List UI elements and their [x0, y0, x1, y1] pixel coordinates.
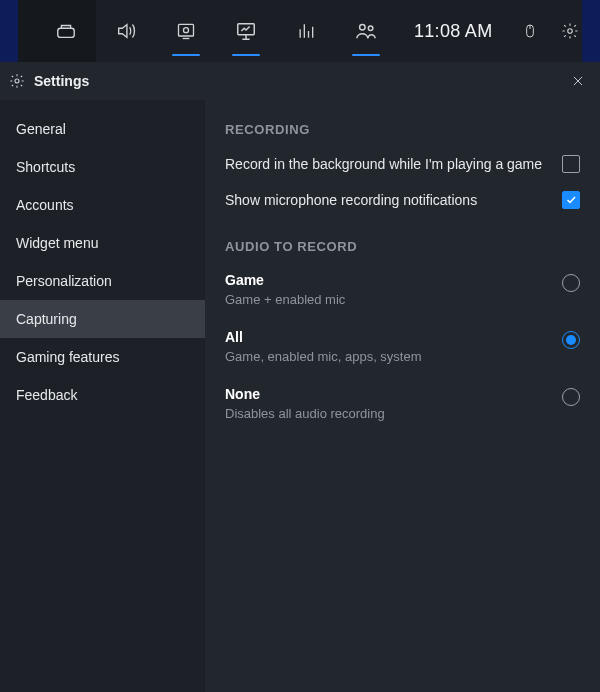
sidebar-item-label: Capturing [16, 311, 77, 327]
sidebar-item-personalization[interactable]: Personalization [0, 262, 205, 300]
sidebar-item-shortcuts[interactable]: Shortcuts [0, 148, 205, 186]
audio-option-all-radio[interactable] [562, 331, 580, 349]
sidebar-item-label: General [16, 121, 66, 137]
clock: 11:08 AM [396, 0, 510, 62]
audio-option-title: None [225, 386, 562, 402]
sidebar-item-label: Feedback [16, 387, 77, 403]
resources-widget-button[interactable] [276, 0, 336, 62]
game-bar-top-bar: 11:08 AM [0, 0, 600, 62]
top-bar-left-edge [0, 0, 36, 62]
sidebar-item-label: Gaming features [16, 349, 120, 365]
top-bar-right-group [510, 0, 590, 62]
mic-notification-row[interactable]: Show microphone recording notifications [225, 191, 580, 209]
settings-sidebar: General Shortcuts Accounts Widget menu P… [0, 100, 205, 692]
audio-option-none[interactable]: None Disables all audio recording [225, 386, 580, 421]
audio-option-game[interactable]: Game Game + enabled mic [225, 272, 580, 307]
recording-section-heading: RECORDING [225, 122, 580, 137]
social-widget-button[interactable] [336, 0, 396, 62]
capture-icon [176, 21, 196, 41]
speaker-icon [115, 20, 137, 42]
sidebar-item-label: Personalization [16, 273, 112, 289]
mouse-icon [522, 21, 538, 41]
settings-button[interactable] [550, 0, 590, 62]
pin-button[interactable] [510, 0, 550, 62]
audio-option-game-radio[interactable] [562, 274, 580, 292]
svg-point-8 [15, 79, 19, 83]
capture-widget-button[interactable] [156, 0, 216, 62]
svg-point-4 [360, 25, 366, 30]
svg-point-7 [568, 29, 573, 34]
audio-option-all[interactable]: All Game, enabled mic, apps, system [225, 329, 580, 364]
audio-option-title: All [225, 329, 562, 345]
performance-widget-button[interactable] [216, 0, 276, 62]
settings-panel-header: Settings [0, 62, 600, 100]
monitor-icon [235, 20, 257, 42]
close-button[interactable] [566, 69, 590, 93]
close-icon [571, 74, 585, 88]
audio-option-desc: Disables all audio recording [225, 406, 562, 421]
svg-point-5 [368, 26, 373, 31]
settings-content: RECORDING Record in the background while… [205, 100, 600, 692]
audio-to-record-heading: AUDIO TO RECORD [225, 239, 580, 254]
record-in-background-label: Record in the background while I'm playi… [225, 156, 562, 172]
sidebar-item-label: Shortcuts [16, 159, 75, 175]
people-icon [355, 20, 377, 42]
check-icon [565, 194, 577, 206]
audio-widget-button[interactable] [96, 0, 156, 62]
gear-icon [9, 73, 25, 89]
svg-rect-1 [179, 24, 194, 36]
audio-option-desc: Game + enabled mic [225, 292, 562, 307]
sidebar-item-gaming-features[interactable]: Gaming features [0, 338, 205, 376]
bar-chart-icon [296, 21, 316, 41]
settings-header-icon-wrap [8, 73, 26, 89]
record-in-background-row[interactable]: Record in the background while I'm playi… [225, 155, 580, 173]
settings-body: General Shortcuts Accounts Widget menu P… [0, 100, 600, 692]
sidebar-item-widget-menu[interactable]: Widget menu [0, 224, 205, 262]
svg-rect-0 [58, 28, 75, 37]
panel-title: Settings [34, 73, 89, 89]
svg-point-2 [184, 28, 189, 33]
audio-option-none-radio[interactable] [562, 388, 580, 406]
record-in-background-checkbox[interactable] [562, 155, 580, 173]
sidebar-item-label: Widget menu [16, 235, 98, 251]
sidebar-item-capturing[interactable]: Capturing [0, 300, 205, 338]
mic-notification-label: Show microphone recording notifications [225, 192, 562, 208]
xbox-button[interactable] [36, 0, 96, 62]
mic-notification-checkbox[interactable] [562, 191, 580, 209]
sidebar-item-label: Accounts [16, 197, 74, 213]
audio-option-title: Game [225, 272, 562, 288]
xbox-icon [55, 20, 77, 42]
audio-option-desc: Game, enabled mic, apps, system [225, 349, 562, 364]
sidebar-item-feedback[interactable]: Feedback [0, 376, 205, 414]
sidebar-item-accounts[interactable]: Accounts [0, 186, 205, 224]
gear-icon [561, 22, 579, 40]
sidebar-item-general[interactable]: General [0, 110, 205, 148]
